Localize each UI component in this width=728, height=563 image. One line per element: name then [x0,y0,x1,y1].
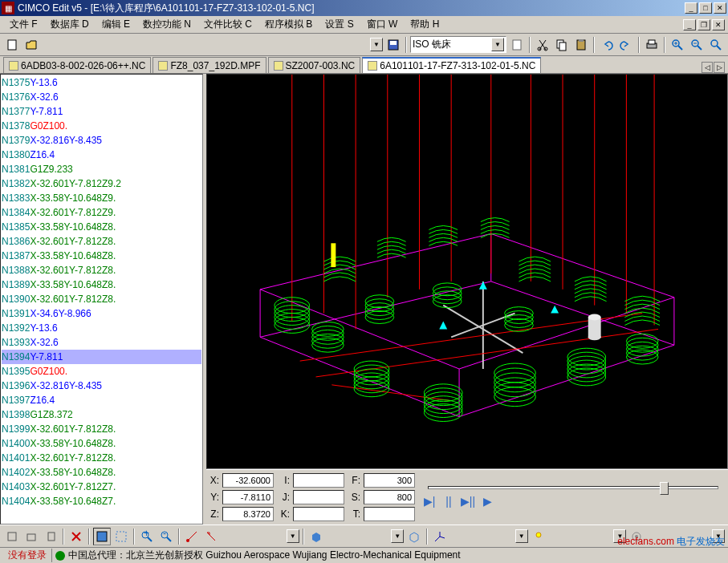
code-line[interactable]: N1400X-33.58Y-10.648Z8. [2,436,201,451]
mdi-minimize-button[interactable]: _ [683,19,696,30]
axis-button[interactable] [431,528,449,545]
file-icon [9,61,18,71]
code-line[interactable]: N1398G1Z8.372 [2,407,201,422]
k-label: K: [280,508,290,520]
code-line[interactable]: N1379X-32.816Y-8.435 [2,133,201,148]
code-line[interactable]: N1402X-33.58Y-10.648Z8. [2,465,201,480]
code-line[interactable]: N1378G0Z100. [2,119,201,133]
code-line[interactable]: N1403X-32.601Y-7.812Z7. [2,480,201,494]
zoom-out-button[interactable] [688,36,706,54]
code-line[interactable]: N1384X-32.601Y-7.812Z9. [2,205,201,220]
code-line[interactable]: N1393X-32.6 [2,335,201,350]
tool-button[interactable] [202,528,220,545]
print-button[interactable] [643,36,661,54]
undo-button[interactable] [598,36,616,54]
file-icon [368,61,377,71]
axis-dropdown-button[interactable]: ▼ [515,529,528,543]
light-dropdown-button[interactable]: ▼ [613,529,626,543]
code-line[interactable]: N1390X-32.601Y-7.812Z8. [2,292,201,306]
menu-edit[interactable]: 编辑 E [96,16,136,33]
code-line[interactable]: N1389X-33.58Y-10.648Z8. [2,277,201,292]
paste-button[interactable] [572,36,590,54]
code-line[interactable]: N1397Z16.4 [2,393,201,407]
redo-button[interactable] [617,36,635,54]
code-line[interactable]: N1392Y-13.6 [2,321,201,335]
code-line[interactable]: N1391X-34.6Y-8.966 [2,306,201,321]
save-file-button[interactable] [384,36,402,54]
menu-file[interactable]: 文件 F [3,16,44,33]
menu-window[interactable]: 窗口 W [360,16,405,33]
zoom-out-view-button[interactable]: - [157,528,175,545]
light-button[interactable] [530,528,547,545]
mdi-close-button[interactable]: ✕ [712,19,725,30]
tab-scroll-right-button[interactable]: ▷ [714,62,725,73]
code-line[interactable]: N1399X-32.601Y-7.812Z8. [2,422,201,436]
play-button[interactable]: ▶ [479,494,495,508]
machine-combo[interactable]: ISO 铣床 ▼ [410,36,506,53]
menu-setup[interactable]: 设置 S [319,16,360,33]
open-file-button[interactable] [22,36,40,54]
settings-dropdown-button[interactable]: ▼ [712,529,725,543]
machine-config-button[interactable] [508,36,526,54]
code-line[interactable]: N1376X-32.6 [2,90,201,104]
view-side-button[interactable] [42,528,59,545]
zoom-in-button[interactable] [669,36,686,54]
zoom-in-view-button[interactable]: + [138,528,156,545]
code-line[interactable]: N1396X-32.816Y-8.435 [2,379,201,393]
zoom-fit-button[interactable] [93,528,111,545]
solid-view-button[interactable] [307,528,325,545]
code-line[interactable]: N1383X-33.58Y-10.648Z9. [2,191,201,205]
speed-slider[interactable] [428,486,718,489]
step-forward-button[interactable]: ▶|| [460,494,476,508]
clear-view-button[interactable] [67,528,85,545]
menu-nc[interactable]: 数控功能 N [136,16,197,33]
code-line[interactable]: N1381G1Z9.233 [2,162,201,176]
step-back-button[interactable]: ▶| [421,494,437,508]
wireframe-button[interactable] [405,528,423,545]
menu-help[interactable]: 帮助 H [404,16,445,33]
cut-button[interactable] [534,36,551,54]
code-line[interactable]: N1404X-33.58Y-10.648Z7. [2,494,201,508]
code-line[interactable]: N1395G0Z100. [2,364,201,379]
file-tab[interactable]: 6A101101-17-FZ7-313-102-01-5.NC [362,57,541,73]
code-line[interactable]: N1401X-32.601Y-7.812Z8. [2,451,201,465]
file-icon [274,61,283,71]
code-editor-pane[interactable]: N1375Y-13.6N1376X-32.6N1377Y-7.811N1378G… [0,74,203,525]
open-dropdown-button[interactable]: ▼ [370,38,383,51]
svg-rect-21 [213,75,722,468]
copy-button[interactable] [553,36,571,54]
code-line[interactable]: N1375Y-13.6 [2,75,201,90]
pause-button[interactable]: || [441,494,457,508]
code-line[interactable]: N1377Y-7.811 [2,104,201,119]
code-line[interactable]: N1387X-33.58Y-10.648Z8. [2,249,201,263]
close-button[interactable]: ✕ [714,2,726,14]
menu-sim[interactable]: 程序模拟 B [258,16,319,33]
file-tab[interactable]: SZ2007-003.NC [268,57,361,73]
code-line[interactable]: N1380Z16.4 [2,148,201,162]
code-line[interactable]: N1385X-33.58Y-10.648Z8. [2,220,201,234]
file-tab[interactable]: FZ8_037_192D.MPF [153,57,266,73]
svg-rect-2 [390,41,397,45]
find-button[interactable] [707,36,725,54]
menu-database[interactable]: 数据库 D [44,16,96,33]
code-line[interactable]: N1394Y-7.811 [2,350,201,364]
minimize-button[interactable]: _ [685,2,697,14]
3d-viewport[interactable] [206,74,728,469]
code-line[interactable]: N1388X-32.601Y-7.812Z8. [2,263,201,277]
mdi-restore-button[interactable]: ❐ [697,19,710,30]
solid-dropdown-button[interactable]: ▼ [391,529,404,543]
code-line[interactable]: N1386X-32.601Y-7.812Z8. [2,234,201,249]
zoom-window-button[interactable] [112,528,130,545]
measure-button[interactable] [183,528,201,545]
maximize-button[interactable]: □ [699,2,712,14]
new-file-button[interactable] [3,36,21,54]
menu-compare[interactable]: 文件比较 C [197,16,258,33]
f-field: 300 [364,473,415,488]
view-front-button[interactable] [22,528,40,545]
view-top-button[interactable] [3,528,21,545]
tool-dropdown-button[interactable]: ▼ [287,529,299,543]
tab-scroll-left-button[interactable]: ◁ [702,62,713,73]
file-tab[interactable]: 6ADB03-8-002-026-06++.NC [3,57,151,73]
code-line[interactable]: N1382X-32.601Y-7.812Z9.2 [2,176,201,191]
settings-view-button[interactable] [628,528,645,545]
